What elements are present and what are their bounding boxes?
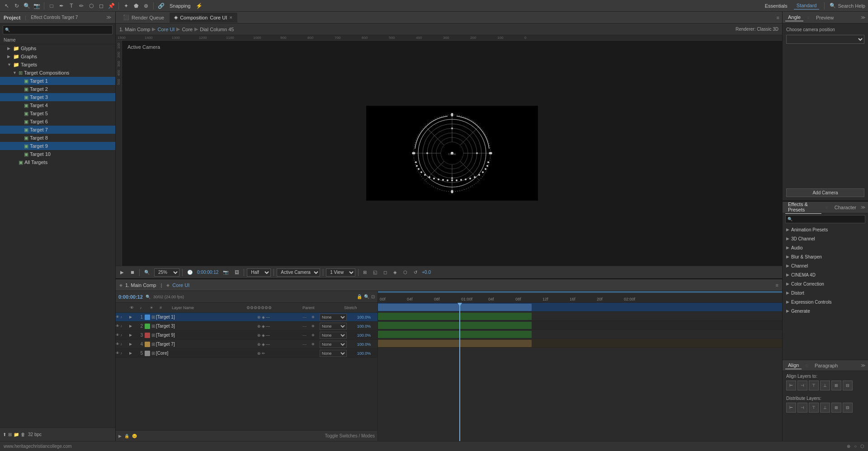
3d-draft-btn[interactable]: ⬡ xyxy=(401,269,409,276)
effects-menu-icon[interactable]: ≫ xyxy=(861,205,865,210)
right-top-menu-icon[interactable]: ≫ xyxy=(861,15,865,20)
safe-zones-btn[interactable]: ◻ xyxy=(382,269,389,276)
pin-tool-icon[interactable]: 📌 xyxy=(107,2,115,10)
timecode-btn[interactable]: 🕐 xyxy=(185,269,194,276)
tree-item-glyphs[interactable]: ▶ 📁 Glyphs xyxy=(0,44,115,52)
toggle-switches-label[interactable]: Toggle Switches / Modes xyxy=(325,433,375,438)
preview-stop-btn[interactable]: ⏹ xyxy=(128,269,137,276)
tree-item-target7[interactable]: ▣ Target 7 xyxy=(0,126,115,134)
tree-item-target9[interactable]: ▣ Target 9 xyxy=(0,142,115,150)
track-row-5[interactable] xyxy=(378,339,782,348)
quality-dropdown[interactable]: Half Full Third xyxy=(247,268,271,277)
layer-row-5[interactable]: 👁 ♪ ▶ 5 ⊞ [Core] ⊕ ✏ xyxy=(116,349,377,358)
cam-position-dropdown[interactable] xyxy=(786,35,864,44)
timecode-display[interactable]: 0:00:00:12 xyxy=(197,270,218,275)
effects-cinema4d[interactable]: ▶ CINEMA 4D xyxy=(783,270,868,279)
dist-right-btn[interactable]: ⊤ xyxy=(809,403,819,413)
effects-audio[interactable]: ▶ Audio xyxy=(783,243,868,252)
align-menu-icon[interactable]: ≫ xyxy=(861,363,865,368)
proportions-btn[interactable]: ◱ xyxy=(371,269,379,276)
tree-item-target-comps[interactable]: ▼ ⊞ Target Compositions xyxy=(0,69,115,77)
zoom-dropdown[interactable]: 25% 50% 100% xyxy=(154,268,179,277)
arrow-tool-icon[interactable]: ↖ xyxy=(3,2,11,10)
zoom-tool-icon[interactable]: 🔍 xyxy=(23,2,31,10)
layer2-eye-icon[interactable]: 👁 xyxy=(116,324,120,328)
expand-all-btn[interactable]: ▶ xyxy=(118,434,122,438)
stamp-tool-icon[interactable]: ⬡ xyxy=(87,2,95,10)
camera-dropdown[interactable]: Active Camera xyxy=(277,268,320,277)
search-help-area[interactable]: 🔍 Search Help xyxy=(830,3,865,9)
snapshot-btn[interactable]: 📷 xyxy=(221,269,230,276)
reset-exposure-btn[interactable]: ↺ xyxy=(412,269,419,276)
new-folder-icon[interactable]: 📁 xyxy=(14,432,19,437)
layer3-eye-icon[interactable]: 👁 xyxy=(116,333,120,337)
tree-item-graphs[interactable]: ▶ 📁 Graphs xyxy=(0,52,115,61)
track-row-2[interactable] xyxy=(378,312,782,321)
breadcrumb-dial[interactable]: Dial Column 45 xyxy=(200,27,234,32)
work-area-bar[interactable] xyxy=(378,291,782,293)
layer-row-2[interactable]: 👁 ♪ ▶ 2 ⊞ [Target 3] ⊕ ◈ — xyxy=(116,322,377,331)
dist-h-center-btn[interactable]: ⊣ xyxy=(797,403,807,413)
layer1-parent-dropdown[interactable]: None xyxy=(320,314,347,321)
show-snapshot-btn[interactable]: 🖼 xyxy=(233,269,241,276)
project-search[interactable]: 🔍 xyxy=(3,25,113,34)
layer4-3d-icon[interactable]: ⊕ xyxy=(257,342,261,347)
roto-tool-icon[interactable]: ⬟ xyxy=(132,2,140,10)
tree-item-target5[interactable]: ▣ Target 5 xyxy=(0,109,115,117)
effects-search-input[interactable] xyxy=(793,217,863,222)
layer2-quality-icon[interactable]: ◈ xyxy=(262,324,265,329)
tree-item-target8[interactable]: ▣ Target 8 xyxy=(0,134,115,142)
align-v-center-btn[interactable]: ⊞ xyxy=(831,381,841,390)
brush-tool-icon[interactable]: ✏ xyxy=(77,2,85,10)
tree-item-target2[interactable]: ▣ Target 2 xyxy=(0,85,115,93)
text-tool-icon[interactable]: T xyxy=(67,2,75,10)
tab-effects-presets[interactable]: Effects & Presets xyxy=(785,202,821,214)
project-search-input[interactable] xyxy=(10,28,110,33)
layer5-eye-icon[interactable]: 👁 xyxy=(116,351,120,355)
align-bottom-btn[interactable]: ⊟ xyxy=(843,381,853,390)
dist-top-btn[interactable]: ⊥ xyxy=(820,403,830,413)
layer3-3d-icon[interactable]: ⊕ xyxy=(257,333,261,338)
layer1-expand-btn[interactable]: ▶ xyxy=(129,315,136,319)
snapping-label[interactable]: Snapping xyxy=(167,2,193,9)
layer5-expand-btn[interactable]: ▶ xyxy=(129,351,136,355)
layer3-expand-btn[interactable]: ▶ xyxy=(129,333,136,337)
layer4-eye-icon[interactable]: 👁 xyxy=(116,342,120,346)
breadcrumb-core-ui[interactable]: Core UI xyxy=(157,27,175,32)
tree-item-target6[interactable]: ▣ Target 6 xyxy=(0,117,115,126)
tab-align[interactable]: Align xyxy=(785,362,802,369)
tab-render-queue[interactable]: ⬛ Render Queue xyxy=(118,13,169,23)
layer2-parent-dropdown[interactable]: None xyxy=(320,323,347,330)
delete-icon[interactable]: 🗑 xyxy=(21,432,25,437)
layer1-eye-icon[interactable]: 👁 xyxy=(116,315,120,319)
align-right-btn[interactable]: ⊤ xyxy=(809,381,819,390)
timeline-menu-icon[interactable]: ≡ xyxy=(776,282,778,288)
pen-tool-icon[interactable]: ✒ xyxy=(57,2,66,10)
breadcrumb-core[interactable]: Core xyxy=(182,27,193,32)
snap-options-icon[interactable]: ⚡ xyxy=(195,2,203,10)
align-left-btn[interactable]: ⊢ xyxy=(786,381,796,390)
lock-layers-btn[interactable]: 🔍 xyxy=(364,294,369,299)
layer1-fx-icon[interactable]: — xyxy=(266,315,270,319)
tree-item-targets[interactable]: ▼ 📁 Targets xyxy=(0,61,115,69)
layer5-audio-icon[interactable]: ♪ xyxy=(120,351,125,355)
camera-tool-icon[interactable]: 📷 xyxy=(33,2,41,10)
effects-generate[interactable]: ▶ Generate xyxy=(783,306,868,315)
eraser-tool-icon[interactable]: ◻ xyxy=(97,2,105,10)
import-icon[interactable]: ⬆ xyxy=(3,432,6,437)
search-keyframes-btn[interactable]: 🔍 xyxy=(146,295,151,299)
layer3-quality-icon[interactable]: ◈ xyxy=(262,333,265,338)
essentials-btn[interactable]: Essentials xyxy=(762,2,790,9)
grid-btn[interactable]: ⊞ xyxy=(361,269,368,276)
shy-all-btn[interactable]: 😐 xyxy=(132,434,137,438)
effects-expression-controls[interactable]: ▶ Expression Controls xyxy=(783,297,868,306)
effects-3d-channel[interactable]: ▶ 3D Channel xyxy=(783,234,868,243)
layer3-audio-icon[interactable]: ♪ xyxy=(120,333,125,337)
transparency-btn[interactable]: ◈ xyxy=(392,269,399,276)
tree-item-all-targets[interactable]: ▣ All Targets xyxy=(0,158,115,166)
breadcrumb-main-comp[interactable]: 1. Main Comp xyxy=(119,27,150,32)
layer2-fx-icon[interactable]: — xyxy=(266,324,270,329)
layer1-quality-icon[interactable]: ◈ xyxy=(262,315,265,319)
timeline-timecode[interactable]: 0:00:00:12 xyxy=(118,294,143,300)
new-comp-icon[interactable]: ⊞ xyxy=(8,432,12,437)
